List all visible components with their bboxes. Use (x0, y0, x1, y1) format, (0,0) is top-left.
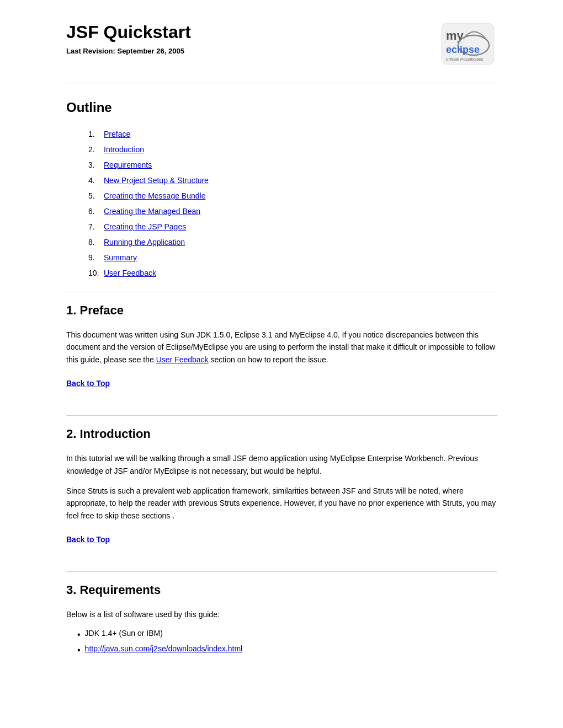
revision-text: Last Revision: September 26, 2005 (66, 47, 191, 55)
svg-text:Infinite Possibilities: Infinite Possibilities (446, 57, 484, 62)
preface-heading: 1. Preface (66, 303, 497, 318)
outline-link-jsp-pages[interactable]: Creating the JSP Pages (104, 219, 186, 234)
preface-section: 1. Preface This document was written usi… (66, 303, 497, 404)
outline-link-preface[interactable]: Preface (104, 126, 130, 142)
svg-text:eclipse: eclipse (446, 44, 480, 55)
outline-link-running[interactable]: Running the Application (104, 234, 185, 250)
outline-link-introduction[interactable]: Introduction (104, 142, 144, 157)
requirements-item-1: JDK 1.4+ (Sun or IBM) (85, 629, 163, 638)
requirements-list: JDK 1.4+ (Sun or IBM) http://java.sun.co… (66, 629, 497, 657)
list-item: 8. Running the Application (88, 234, 497, 250)
outline-link-managed-bean[interactable]: Creating the Managed Bean (104, 204, 200, 219)
list-item: 6. Creating the Managed Bean (88, 204, 497, 219)
list-item: JDK 1.4+ (Sun or IBM) (77, 629, 497, 641)
list-item: 5. Creating the Message Bundle (88, 188, 497, 204)
requirements-heading: 3. Requirements (66, 583, 497, 597)
introduction-heading: 2. Introduction (66, 427, 497, 441)
list-item: http://java.sun.com/j2se/downloads/index… (77, 644, 497, 656)
preface-divider (66, 415, 497, 416)
list-item: 9. Summary (88, 250, 497, 265)
svg-text:my: my (446, 29, 464, 42)
outline-link-requirements[interactable]: Requirements (104, 157, 152, 173)
list-item: 2. Introduction (88, 142, 497, 157)
myeclipse-logo: my eclipse Infinite Possibilities (408, 22, 497, 66)
list-item: 1. Preface (88, 126, 497, 142)
preface-back-to-top[interactable]: Back to Top (66, 379, 110, 388)
list-item: 4. New Project Setup & Structure (88, 173, 497, 188)
outline-link-message-bundle[interactable]: Creating the Message Bundle (104, 188, 205, 204)
outline-link-user-feedback[interactable]: User Feedback (104, 265, 156, 281)
introduction-back-to-top[interactable]: Back to Top (66, 535, 110, 544)
page-header: JSF Quickstart Last Revision: September … (66, 22, 497, 66)
outline-divider (66, 292, 497, 292)
list-item: 3. Requirements (88, 157, 497, 173)
logo-container: my eclipse Infinite Possibilities (408, 22, 497, 66)
outline-link-new-project[interactable]: New Project Setup & Structure (104, 173, 209, 188)
header-divider (66, 83, 497, 83)
outline-list: 1. Preface 2. Introduction 3. Requiremen… (66, 126, 497, 281)
header-left: JSF Quickstart Last Revision: September … (66, 22, 191, 55)
outline-section: Outline 1. Preface 2. Introduction 3. Re… (66, 100, 497, 281)
introduction-divider (66, 571, 497, 572)
preface-body: This document was written using Sun JDK … (66, 329, 497, 366)
page-title: JSF Quickstart (66, 22, 191, 42)
outline-title: Outline (66, 100, 497, 115)
preface-text-after: section on how to report the issue. (209, 355, 328, 364)
introduction-body2: Since Struts is such a prevalent web app… (66, 485, 497, 522)
requirements-section: 3. Requirements Below is a list of softw… (66, 583, 497, 665)
preface-user-feedback-link[interactable]: User Feedback (156, 355, 209, 364)
list-item: 7. Creating the JSP Pages (88, 219, 497, 234)
introduction-section: 2. Introduction In this tutorial we will… (66, 427, 497, 560)
list-item: 10. User Feedback (88, 265, 497, 281)
requirements-link-1[interactable]: http://java.sun.com/j2se/downloads/index… (85, 644, 243, 653)
requirements-intro: Below is a list of software used by this… (66, 608, 497, 620)
introduction-body1: In this tutorial we will be walking thro… (66, 452, 497, 477)
outline-link-summary[interactable]: Summary (104, 250, 137, 265)
